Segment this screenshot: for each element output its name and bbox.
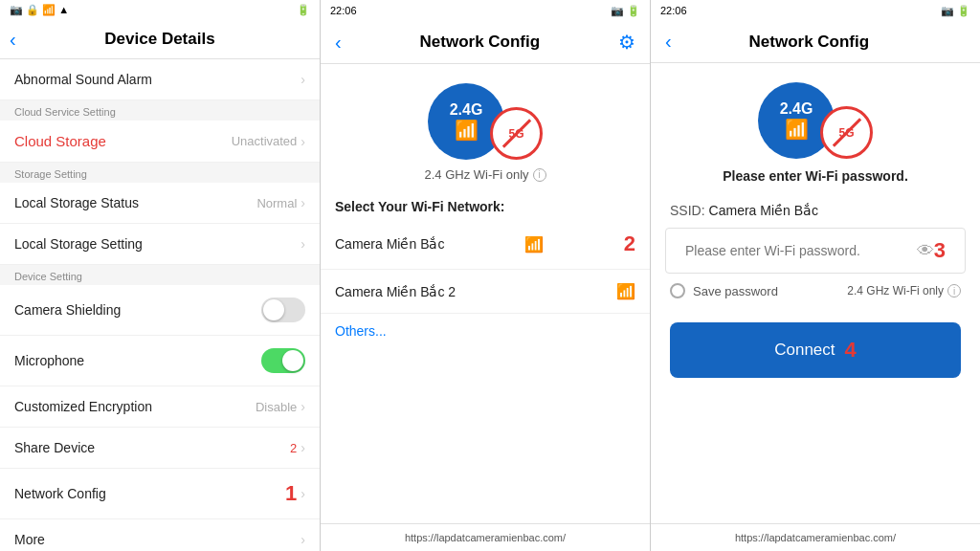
item-value-network-config: 1 › — [285, 481, 305, 506]
others-link[interactable]: Others... — [321, 314, 650, 348]
freq-label: 2.4 GHz Wi-Fi only — [847, 284, 944, 298]
options-row: Save password 2.4 GHz Wi-Fi only i — [651, 274, 980, 308]
back-button-1[interactable]: ‹ — [10, 29, 16, 51]
panel-network-config: 22:06 📷 🔋 ‹ Network Config ⚙ 2.4G 📶 5G 2… — [321, 0, 651, 551]
status-icons-3: 📷 🔋 — [941, 5, 970, 17]
item-label-camera-shielding: Camera Shielding — [14, 302, 121, 318]
header-1: ‹ Device Details — [0, 20, 320, 59]
ssid-value: Camera Miền Bắc — [709, 203, 818, 218]
no-icon-3 — [832, 118, 860, 146]
freq-24g-3: 2.4G — [780, 100, 813, 118]
page-title-2: Network Config — [420, 33, 541, 52]
wifi-signal-icon-2: 📶 — [616, 282, 635, 300]
prompt-label: Please enter Wi-Fi password. — [723, 168, 908, 184]
gear-icon[interactable]: ⚙ — [618, 31, 635, 54]
status-bar-1: 📷 🔒 📶 ▲ 🔋 — [0, 0, 320, 20]
panel-device-details: 📷 🔒 📶 ▲ 🔋 ‹ Device Details Abnormal Soun… — [0, 0, 321, 551]
connect-button[interactable]: Connect 4 — [670, 322, 961, 378]
network-name-1: Camera Miền Bắc — [335, 236, 444, 252]
chevron-icon-more: › — [301, 532, 305, 547]
wifi-icon-24g: 📶 — [455, 119, 479, 142]
back-button-3[interactable]: ‹ — [665, 31, 672, 53]
item-value-cloud-storage: Unactivated › — [232, 134, 305, 149]
chevron-icon-local-setting: › — [301, 236, 305, 252]
back-button-2[interactable]: ‹ — [335, 32, 342, 54]
item-label-more: More — [14, 532, 45, 547]
ssid-label: SSID: — [670, 203, 705, 218]
freq-badge: 2.4 GHz Wi-Fi only i — [847, 284, 961, 298]
wifi-label-text: 2.4 GHz Wi-Fi only — [424, 167, 528, 182]
cloud-storage-status: Unactivated — [232, 134, 298, 148]
password-input[interactable] — [685, 243, 917, 258]
section-cloud: Cloud Service Setting — [0, 100, 320, 121]
list-item-encryption[interactable]: Customized Encryption Disable › — [0, 386, 320, 428]
item-label-abnormal-sound: Abnormal Sound Alarm — [14, 72, 152, 87]
chevron-icon: › — [301, 72, 305, 87]
badge-2: 2 — [624, 231, 635, 256]
no-icon — [501, 119, 530, 147]
footer-link-2: https://lapdatcameramienbac.com/ — [321, 523, 650, 551]
list-item-local-status[interactable]: Local Storage Status Normal › — [0, 183, 320, 224]
camera-shielding-toggle[interactable] — [261, 298, 305, 322]
info-icon[interactable]: i — [533, 168, 546, 182]
chevron-icon-share: › — [301, 440, 305, 455]
status-bar-3: 22:06 📷 🔋 — [651, 0, 980, 21]
wifi-network-item-2[interactable]: Camera Miền Bắc 2 📶 — [321, 270, 650, 314]
toggle-knob-mic — [282, 350, 303, 371]
list-item-network-config[interactable]: Network Config 1 › — [0, 469, 320, 519]
wifi-circles: 2.4G 📶 5G — [428, 83, 543, 160]
item-value-share-device: 2 › — [290, 440, 305, 455]
wifi-visual: 2.4G 📶 5G 2.4 GHz Wi-Fi only i — [321, 64, 650, 191]
wifi-network-item-1[interactable]: Camera Miền Bắc 📶 2 — [321, 219, 650, 270]
section-storage: Storage Setting — [0, 163, 320, 183]
badge-1: 1 — [285, 481, 297, 506]
save-password-option[interactable]: Save password — [670, 283, 778, 298]
wifi-circles-3: 2.4G 📶 5G — [758, 82, 873, 159]
list-item-more[interactable]: More › — [0, 519, 320, 551]
status-icons-left: 📷 🔒 📶 ▲ — [10, 4, 69, 16]
item-value-encryption: Disable › — [256, 399, 305, 414]
connect-label: Connect — [774, 341, 835, 360]
share-device-count: 2 — [290, 441, 297, 455]
status-icons-right: 🔋 — [297, 4, 310, 16]
item-label-cloud-storage: Cloud Storage — [14, 133, 106, 149]
page-title-1: Device Details — [104, 30, 214, 49]
list-item-cloud-storage[interactable]: Cloud Storage Unactivated › — [0, 121, 320, 163]
encryption-value: Disable — [256, 400, 297, 414]
list-item-abnormal-sound[interactable]: Abnormal Sound Alarm › — [0, 59, 320, 100]
list-item-local-setting[interactable]: Local Storage Setting › — [0, 224, 320, 265]
ssid-row: SSID: Camera Miền Bắc — [651, 193, 980, 228]
circle-5g: 5G — [490, 107, 543, 160]
save-pw-radio[interactable] — [670, 283, 685, 298]
chevron-icon-encryption: › — [301, 399, 305, 414]
eye-icon[interactable]: 👁 — [917, 241, 934, 261]
item-value-abnormal-sound: › — [301, 72, 305, 87]
section-device: Device Setting — [0, 265, 320, 285]
item-label-encryption: Customized Encryption — [14, 399, 152, 414]
info-icon-3[interactable]: i — [947, 284, 961, 298]
select-label: Select Your Wi-Fi Network: — [321, 191, 650, 219]
item-label-network-config: Network Config — [14, 486, 106, 501]
circle-5g-3: 5G — [820, 106, 873, 159]
chevron-icon-cloud: › — [301, 134, 305, 149]
toggle-knob — [263, 299, 284, 320]
list-item-share-device[interactable]: Share Device 2 › — [0, 428, 320, 469]
microphone-toggle[interactable] — [261, 348, 305, 373]
footer-link-3: https://lapdatcameramienbac.com/ — [651, 523, 980, 551]
chevron-icon-network: › — [301, 486, 305, 501]
status-bar-2: 22:06 📷 🔋 — [321, 0, 650, 21]
status-icons-2: 📷 🔋 — [611, 5, 640, 17]
wifi-icon-24g-3: 📶 — [785, 118, 809, 141]
password-row: 👁 3 — [665, 228, 966, 274]
item-label-share-device: Share Device — [14, 440, 95, 455]
chevron-icon-local-status: › — [301, 195, 305, 210]
item-label-local-status: Local Storage Status — [14, 195, 139, 210]
badge-3: 3 — [934, 238, 946, 263]
header-3: ‹ Network Config — [651, 21, 980, 63]
item-value-more: › — [301, 532, 305, 547]
list-item-camera-shielding[interactable]: Camera Shielding — [0, 285, 320, 336]
list-item-microphone[interactable]: Microphone — [0, 336, 320, 386]
header-2: ‹ Network Config ⚙ — [321, 21, 650, 64]
local-status-value: Normal — [256, 196, 297, 210]
panel-wifi-password: 22:06 📷 🔋 ‹ Network Config 2.4G 📶 5G Ple… — [651, 0, 980, 551]
